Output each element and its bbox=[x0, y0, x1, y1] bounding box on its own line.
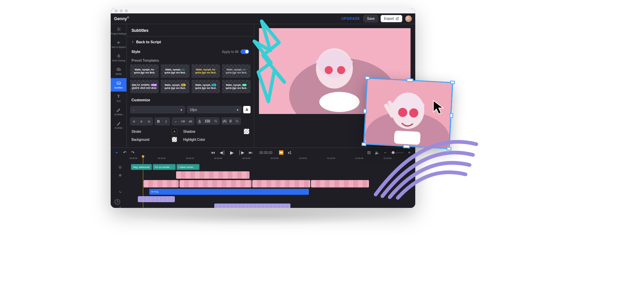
preset-6[interactable]: Waltz, nymph, forquick jigs vex Bud. bbox=[161, 80, 189, 93]
sidebar-label: Media bbox=[116, 73, 122, 75]
align-right-button[interactable]: ≡ bbox=[145, 118, 153, 125]
subtitle-clip[interactable]: Hey, welcome bbox=[131, 164, 152, 170]
user-avatar[interactable] bbox=[405, 15, 412, 22]
skip-start-button[interactable]: ⏮ bbox=[210, 150, 216, 155]
resize-handle[interactable] bbox=[407, 78, 413, 82]
preset-1[interactable]: Waltz, nymph, forquick jigs vex Bud. bbox=[130, 64, 159, 78]
case-lower-button[interactable]: ab bbox=[187, 118, 194, 125]
subtitles-icon bbox=[116, 81, 121, 86]
subtitles-panel: Subtitles Back to Script Style Apply to … bbox=[127, 24, 254, 148]
resize-handle[interactable] bbox=[449, 113, 453, 118]
preset-2[interactable]: Waltz, nymph, forquick jigs vex Bud. bbox=[161, 64, 189, 78]
waveform-icon bbox=[116, 40, 121, 45]
sidebar-label: AI Artist bbox=[115, 127, 122, 129]
step-forward-button[interactable]: │▶ bbox=[238, 150, 244, 155]
case-dash-button[interactable]: – bbox=[172, 118, 179, 125]
video-clip[interactable] bbox=[252, 180, 310, 187]
case-upper-button[interactable]: AB bbox=[179, 118, 187, 125]
zoom-slider[interactable] bbox=[390, 152, 404, 153]
text-color-swatch[interactable]: A bbox=[243, 106, 251, 113]
resize-handle[interactable] bbox=[365, 76, 370, 80]
sidebar-item-project-settings[interactable]: Project Settings bbox=[111, 24, 126, 38]
volume-button[interactable]: 🔈 bbox=[374, 150, 380, 155]
svg-rect-14 bbox=[394, 130, 421, 145]
font-size-select[interactable]: 16px▾ bbox=[187, 106, 242, 113]
background-label: Background bbox=[131, 138, 172, 141]
back-to-script[interactable]: Back to Script bbox=[127, 37, 254, 47]
floating-pip-selection[interactable] bbox=[363, 77, 453, 149]
customize-label: Customize bbox=[127, 93, 254, 104]
audio-clip[interactable] bbox=[138, 196, 174, 202]
video-clip[interactable] bbox=[179, 180, 252, 187]
scale-input[interactable]: A 150 % bbox=[196, 117, 220, 125]
sidebar-item-media[interactable]: Media bbox=[111, 64, 126, 78]
external-link-icon bbox=[395, 17, 399, 20]
step-back-button[interactable]: ◀│ bbox=[220, 150, 225, 155]
sidebar-item-subtitles[interactable]: Subtitles bbox=[111, 78, 126, 92]
resize-handle[interactable] bbox=[362, 142, 367, 146]
scale-icon: A bbox=[197, 119, 203, 123]
subtitle-track-icon[interactable]: ⊟ bbox=[111, 165, 129, 169]
audio-track-icon[interactable]: ∿ bbox=[111, 190, 129, 194]
music-track-icon[interactable]: ♪ bbox=[111, 205, 129, 208]
undo-button[interactable]: ↶ bbox=[122, 150, 127, 155]
background-swatch[interactable] bbox=[172, 137, 177, 142]
svg-rect-2 bbox=[117, 82, 120, 84]
preset-5[interactable]: WALTZ, NYMPH, FORQUICK JIGS VEX BUD. bbox=[130, 80, 159, 93]
stroke-swatch[interactable]: A bbox=[172, 129, 177, 134]
align-left-button[interactable]: ≡ bbox=[130, 118, 138, 125]
sidebar-label: Voice Cloning bbox=[112, 59, 125, 62]
stroke-label: Stroke bbox=[131, 130, 172, 133]
apply-all-label: Apply to All bbox=[222, 50, 238, 54]
align-center-button[interactable]: ≡ bbox=[138, 118, 145, 125]
upgrade-link[interactable]: UPGRADE bbox=[341, 17, 360, 20]
tts-clip[interactable]: ✦ TTS bbox=[149, 189, 309, 195]
audio-clip[interactable] bbox=[214, 204, 290, 208]
add-track-icon[interactable]: ⊕ bbox=[111, 173, 129, 177]
spacing-input[interactable]: |A| 0 % bbox=[221, 117, 241, 125]
export-button[interactable]: Export bbox=[380, 15, 402, 22]
video-clip[interactable] bbox=[144, 180, 179, 187]
zoom-out-button[interactable]: − bbox=[382, 150, 388, 155]
italic-button[interactable]: I bbox=[162, 118, 170, 125]
left-sidebar: Project Settings Text to Speech Voice Cl… bbox=[111, 24, 127, 148]
apply-all-toggle[interactable] bbox=[240, 49, 249, 54]
sidebar-label: Project Settings bbox=[111, 33, 126, 35]
play-button[interactable]: ▶ bbox=[229, 150, 234, 155]
video-clip[interactable] bbox=[311, 180, 369, 187]
sidebar-item-voice-cloning[interactable]: Voice Cloning bbox=[111, 51, 126, 64]
video-clip[interactable] bbox=[176, 171, 250, 179]
zoom-in-button[interactable]: + bbox=[407, 150, 412, 155]
subtitle-clip[interactable]: I'm so excite... bbox=[153, 164, 176, 170]
sidebar-item-text-to-speech[interactable]: Text to Speech bbox=[111, 38, 126, 51]
playback-speed[interactable]: x1 bbox=[288, 151, 291, 155]
preset-3[interactable]: Waltz, nymph, forquick jigs vex Bud. bbox=[192, 64, 220, 78]
preset-4[interactable]: Waltz, nymph, forquick jigs vex Bud. bbox=[222, 64, 251, 78]
bold-button[interactable]: B bbox=[155, 118, 162, 125]
sidebar-item-text[interactable]: T Text bbox=[111, 92, 126, 105]
shadow-swatch[interactable] bbox=[244, 129, 249, 134]
link-icon[interactable]: ⚭ bbox=[114, 150, 119, 155]
sidebar-label: Text to Speech bbox=[111, 46, 126, 48]
subtitle-clip[interactable]: I have some... bbox=[176, 164, 200, 170]
shadow-label: Shadow bbox=[183, 130, 244, 133]
font-family-select[interactable]: -▾ bbox=[130, 106, 185, 113]
captions-toggle[interactable]: ⊟ bbox=[366, 150, 372, 155]
resize-handle[interactable] bbox=[450, 80, 455, 84]
redo-button[interactable]: ↷ bbox=[130, 150, 136, 155]
help-button[interactable]: ? bbox=[115, 199, 120, 205]
save-button[interactable]: Save bbox=[363, 15, 378, 22]
resize-handle[interactable] bbox=[403, 145, 410, 148]
preset-7[interactable]: Waltz, nymph, forquick jigs vex Bud. bbox=[192, 80, 220, 93]
sidebar-label: Subtitles bbox=[114, 87, 123, 89]
resize-handle[interactable] bbox=[446, 147, 451, 151]
sidebar-item-ai-writer[interactable]: AI Writer bbox=[111, 105, 126, 118]
preset-8[interactable]: Waltz, nymph, forquick jigs vex Bud. bbox=[222, 80, 251, 93]
resize-handle[interactable] bbox=[363, 109, 367, 114]
case-group: – AB ab bbox=[172, 117, 195, 125]
sidebar-item-ai-artist[interactable]: AI Artist bbox=[111, 118, 126, 132]
audio-track-2: ♪ bbox=[111, 204, 415, 208]
time-ruler[interactable]: 00:00.00 00:10.00 00:20.00 00:30.00 00:4… bbox=[129, 157, 412, 163]
svg-point-6 bbox=[325, 66, 333, 74]
skip-end-button[interactable]: ⏭ bbox=[248, 150, 253, 155]
